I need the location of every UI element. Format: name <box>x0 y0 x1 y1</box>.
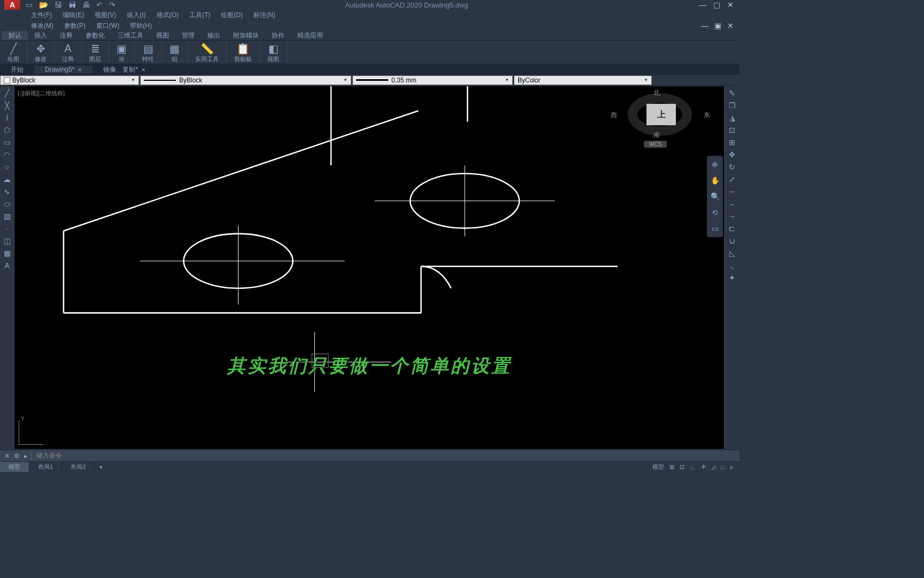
ribbon-tab-annotate[interactable]: 注释 <box>53 31 79 40</box>
mtext-tool-icon[interactable]: A <box>2 260 12 271</box>
panel-utilities[interactable]: 📏实用工具 <box>188 41 227 64</box>
wcs-badge[interactable]: WCS <box>644 141 667 148</box>
close-button[interactable]: ✕ <box>726 1 735 9</box>
close-icon[interactable]: ✕ <box>78 67 82 73</box>
new-icon[interactable]: ▭ <box>26 1 33 9</box>
linetype-combo[interactable]: ByBlock▼ <box>140 75 351 85</box>
layout-tab-layout2[interactable]: 布局2 <box>62 462 95 472</box>
mdi-close-button[interactable]: ✕ <box>726 21 735 30</box>
zoom-icon[interactable]: 🔍 <box>709 190 721 203</box>
mirror-icon[interactable]: ◮ <box>727 112 737 123</box>
doc-tab-drawing5[interactable]: Drawing5*✕ <box>34 66 93 73</box>
ucs-icon[interactable]: Y <box>19 418 45 445</box>
ribbon-tab-parametric[interactable]: 参数化 <box>79 31 111 40</box>
isodraft-icon[interactable]: ◿ <box>709 463 718 470</box>
viewcube-south[interactable]: 南 <box>653 131 660 140</box>
add-layout-button[interactable]: + <box>95 463 107 471</box>
scale-icon[interactable]: ⤢ <box>727 174 737 185</box>
doc-tab-mirror[interactable]: 镜像、复制*✕ <box>93 65 156 74</box>
lineweight-combo[interactable]: 0.35 mm▼ <box>352 75 513 85</box>
viewcube-east[interactable]: 东 <box>704 111 710 120</box>
stretch-icon[interactable]: ↔ <box>727 186 737 197</box>
ribbon-tab-insert[interactable]: 插入 <box>28 31 53 40</box>
polygon-tool-icon[interactable]: ⬡ <box>2 125 12 135</box>
close-icon[interactable]: ✕ <box>141 67 145 73</box>
panel-clipboard[interactable]: 📋剪贴板 <box>227 41 260 64</box>
layout-tab-layout1[interactable]: 布局1 <box>29 462 62 472</box>
ribbon-tab-default[interactable]: 默认 <box>2 31 28 40</box>
redo-icon[interactable]: ↷ <box>109 1 116 9</box>
color-combo[interactable]: ByBlock▼ <box>0 75 139 85</box>
circle-tool-icon[interactable]: ○ <box>2 162 12 172</box>
mdi-minimize-button[interactable]: — <box>700 21 710 30</box>
copy-icon[interactable]: ❐ <box>727 100 737 111</box>
drawing-canvas[interactable]: [-][俯视][二维线框] <box>14 86 725 450</box>
plot-icon[interactable]: 🖶 <box>82 1 90 9</box>
doc-tab-start[interactable]: 开始 <box>0 65 34 74</box>
table-tool-icon[interactable]: ▦ <box>2 248 12 258</box>
snap-toggle-icon[interactable]: ⊡ <box>677 463 687 470</box>
menu-view[interactable]: 视图(V) <box>90 11 120 20</box>
undo-icon[interactable]: ↶ <box>96 1 103 9</box>
orbit-icon[interactable]: ⟲ <box>709 206 721 219</box>
open-icon[interactable]: 📂 <box>39 1 48 9</box>
menu-format[interactable]: 格式(O) <box>152 11 183 20</box>
hatch-tool-icon[interactable]: ▨ <box>2 211 12 222</box>
menu-insert[interactable]: 插入(I) <box>122 11 150 20</box>
join-icon[interactable]: ⊔ <box>727 235 737 246</box>
osnap-toggle-icon[interactable]: □ <box>719 464 727 470</box>
ribbon-tab-manage[interactable]: 管理 <box>175 31 201 40</box>
menu-window[interactable]: 窗口(W) <box>92 21 124 31</box>
rotate-icon[interactable]: ↻ <box>727 162 737 172</box>
fullnav-icon[interactable]: ⊕ <box>709 158 721 171</box>
viewcube-north[interactable]: 北 <box>653 88 660 97</box>
rect-tool-icon[interactable]: ▭ <box>2 137 12 148</box>
plotstyle-combo[interactable]: ByColor▼ <box>514 75 652 85</box>
erase-icon[interactable]: ✎ <box>727 88 737 98</box>
mdi-restore-button[interactable]: ▣ <box>713 21 722 30</box>
modelspace-button[interactable]: 模型 <box>650 463 666 471</box>
pan-icon[interactable]: ✋ <box>709 174 721 187</box>
xline-tool-icon[interactable]: ╳ <box>2 100 12 111</box>
panel-view[interactable]: ◧视图 <box>260 41 287 64</box>
layout-tab-model[interactable]: 模型 <box>0 462 29 472</box>
minimize-button[interactable]: — <box>698 1 707 9</box>
polyline-tool-icon[interactable]: ⌇ <box>2 112 12 123</box>
saveas-icon[interactable]: 🖬 <box>68 1 76 9</box>
save-icon[interactable]: 🖫 <box>55 1 62 9</box>
menu-file[interactable]: 文件(F) <box>27 11 56 20</box>
panel-draw[interactable]: ╱绘图 <box>0 41 27 64</box>
viewcube[interactable]: 上 北 南 东 西 WCS <box>612 90 708 148</box>
menu-modify[interactable]: 修改(M) <box>27 21 58 31</box>
trim-icon[interactable]: ‒ <box>727 199 737 209</box>
extend-icon[interactable]: → <box>727 211 737 222</box>
region-tool-icon[interactable]: ◫ <box>2 235 12 246</box>
menu-edit[interactable]: 编辑(E) <box>58 11 88 20</box>
array-icon[interactable]: ⊞ <box>727 137 737 148</box>
point-tool-icon[interactable]: · <box>2 223 12 234</box>
app-logo[interactable]: A <box>4 0 20 10</box>
break-icon[interactable]: ⊏ <box>727 223 737 234</box>
ellipse-tool-icon[interactable]: ⬭ <box>2 199 12 209</box>
grid-toggle-icon[interactable]: ⊞ <box>667 463 676 470</box>
explode-icon[interactable]: ✦ <box>727 272 737 283</box>
menu-dimension[interactable]: 标注(N) <box>249 11 280 20</box>
panel-properties[interactable]: ▤特性 <box>135 41 162 64</box>
ribbon-tab-addins[interactable]: 附加模块 <box>227 31 265 40</box>
menu-param[interactable]: 参数(P) <box>60 21 90 31</box>
arc-tool-icon[interactable]: ◠ <box>2 149 12 160</box>
lineweight-toggle-icon[interactable]: ≡ <box>728 464 735 470</box>
revcloud-tool-icon[interactable]: ☁ <box>2 174 12 185</box>
fillet-icon[interactable]: ◟ <box>727 260 737 271</box>
spline-tool-icon[interactable]: ∿ <box>2 186 12 197</box>
polar-toggle-icon[interactable]: ✛ <box>699 463 708 470</box>
offset-icon[interactable]: ⊡ <box>727 125 737 135</box>
ortho-toggle-icon[interactable]: ∟ <box>688 464 698 470</box>
menu-tools[interactable]: 工具(T) <box>185 11 214 20</box>
menu-draw[interactable]: 绘图(D) <box>217 11 247 20</box>
showmotion-icon[interactable]: ▭ <box>709 222 721 235</box>
panel-layer[interactable]: ≣图层 <box>82 41 109 64</box>
panel-modify[interactable]: ✥修改 <box>27 41 55 64</box>
panel-block[interactable]: ▣块 <box>109 41 135 64</box>
move-icon[interactable]: ✥ <box>727 149 737 160</box>
